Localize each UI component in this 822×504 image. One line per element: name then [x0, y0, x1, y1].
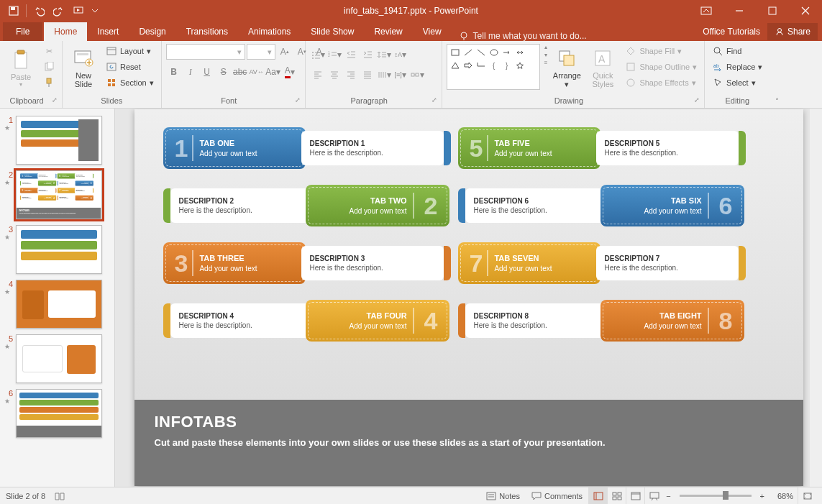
spellcheck-button[interactable]	[54, 490, 65, 502]
vertical-scrollbar[interactable]	[810, 109, 822, 487]
description-card[interactable]: DESCRIPTION 1Here is the description.	[37, 174, 55, 178]
thumbnail-1[interactable]: 1★	[0, 113, 114, 168]
description-card[interactable]: DESCRIPTION 5Here is the description.	[75, 174, 93, 178]
infotab-shape[interactable]: DESCRIPTION 8Here is the description. TA…	[458, 300, 746, 342]
tab-pill[interactable]: 3 TAB THREEAdd your own text	[20, 188, 38, 193]
description-card[interactable]: DESCRIPTION 5Here is the description.	[596, 131, 739, 165]
shape-fill-button[interactable]: Shape Fill ▾	[622, 44, 700, 58]
new-slide-button[interactable]: New Slide	[67, 44, 100, 91]
tab-pill[interactable]: 1 TAB ONEAdd your own text	[20, 173, 38, 178]
description-card[interactable]: DESCRIPTION 3Here is the description.	[301, 246, 444, 280]
numbering-button[interactable]: 12▾	[326, 47, 342, 63]
italic-button[interactable]: I	[183, 64, 198, 80]
minimize-button[interactable]	[723, 0, 756, 22]
infotab-shape[interactable]: 7 TAB SEVENAdd your own text DESCRIPTION…	[58, 188, 93, 193]
description-card[interactable]: DESCRIPTION 8Here is the description.	[465, 303, 609, 338]
text-direction-button[interactable]: ↕A▾	[393, 47, 408, 63]
tab-transitions[interactable]: Transitions	[176, 22, 238, 41]
fit-to-window-button[interactable]	[798, 487, 816, 505]
undo-button[interactable]	[29, 1, 48, 20]
thumbnail-4[interactable]: 4★	[0, 277, 114, 331]
tab-pill[interactable]: TAB SIXAdd your own text 6	[76, 180, 93, 185]
close-button[interactable]	[789, 0, 822, 22]
infotab-shape[interactable]: 7 TAB SEVENAdd your own text DESCRIPTION…	[458, 242, 746, 284]
tab-pill[interactable]: TAB TWOAdd your own text 2	[38, 180, 56, 185]
tab-animations[interactable]: Animations	[238, 22, 301, 41]
tab-pill[interactable]: TAB FOURAdd your own text 4	[306, 300, 449, 342]
tab-slideshow[interactable]: Slide Show	[301, 22, 364, 41]
font-color-button[interactable]: A▾	[282, 64, 298, 80]
slide-footer[interactable]: INFOTABSCut and paste these elements int…	[134, 400, 803, 486]
cut-button[interactable]: ✂	[40, 44, 58, 58]
sorter-view-button[interactable]	[607, 487, 626, 505]
paragraph-launcher[interactable]: ⤢	[429, 96, 437, 104]
tab-pill[interactable]: TAB TWOAdd your own text 2	[306, 185, 449, 226]
columns-button[interactable]: ▾	[376, 67, 392, 83]
thumbnail-5[interactable]: 5★	[0, 331, 114, 386]
smartart-button[interactable]: ▾	[409, 67, 425, 83]
tab-insert[interactable]: Insert	[87, 22, 129, 41]
description-card[interactable]: DESCRIPTION 8Here is the description.	[58, 196, 76, 200]
clipboard-launcher[interactable]: ⤢	[49, 96, 58, 104]
zoom-slider-thumb[interactable]	[723, 491, 729, 500]
description-card[interactable]: DESCRIPTION 6Here is the description.	[58, 181, 76, 185]
justify-button[interactable]	[360, 67, 375, 83]
description-card[interactable]: DESCRIPTION 6Here is the description.	[465, 188, 609, 223]
share-button[interactable]: Share	[767, 23, 818, 40]
tab-pill[interactable]: TAB EIGHTAdd your own text 8	[76, 195, 93, 200]
slide-editor[interactable]: 1 TAB ONEAdd your own text DESCRIPTION 1…	[115, 109, 822, 487]
font-launcher[interactable]: ⤢	[292, 96, 301, 104]
char-spacing-button[interactable]: AV↔	[249, 64, 265, 80]
thumbnail-6[interactable]: 6★	[0, 386, 114, 441]
description-card[interactable]: DESCRIPTION 2Here is the description.	[21, 181, 39, 185]
infotab-shape[interactable]: 5 TAB FIVEAdd your own text DESCRIPTION …	[58, 173, 93, 178]
line-spacing-button[interactable]: ▾	[376, 47, 392, 63]
infotab-shape[interactable]: 3 TAB THREEAdd your own text DESCRIPTION…	[163, 242, 451, 284]
tab-pill[interactable]: TAB SIXAdd your own text 6	[600, 185, 744, 226]
decrease-indent-button[interactable]	[343, 47, 359, 63]
arrange-button[interactable]: Arrange▾	[550, 44, 583, 91]
infotab-shape[interactable]: DESCRIPTION 2Here is the description. TA…	[20, 180, 56, 185]
collapse-ribbon-button[interactable]: ˄	[775, 97, 779, 105]
thumbnail-3[interactable]: 3★	[0, 222, 114, 277]
qat-customize-button[interactable]	[90, 1, 100, 20]
tab-design[interactable]: Design	[129, 22, 175, 41]
office-tutorials-link[interactable]: Office Tutorials	[695, 22, 767, 41]
redo-button[interactable]	[50, 1, 68, 20]
paste-button[interactable]: Paste ▾	[4, 44, 37, 91]
tab-pill[interactable]: 3 TAB THREEAdd your own text	[163, 242, 306, 284]
infotab-shape[interactable]: 3 TAB THREEAdd your own text DESCRIPTION…	[20, 188, 56, 193]
section-button[interactable]: Section ▾	[103, 75, 157, 90]
font-size-combo[interactable]: ▾	[247, 44, 275, 60]
zoom-level[interactable]: 68%	[767, 492, 793, 500]
tab-view[interactable]: View	[413, 22, 452, 41]
reset-button[interactable]: Reset	[103, 60, 157, 74]
tab-pill[interactable]: 1 TAB ONEAdd your own text	[163, 127, 306, 169]
infotab-shape[interactable]: DESCRIPTION 4Here is the description. TA…	[163, 300, 451, 342]
description-card[interactable]: DESCRIPTION 7Here is the description.	[75, 188, 93, 193]
description-card[interactable]: DESCRIPTION 4Here is the description.	[21, 196, 39, 200]
shape-effects-button[interactable]: Shape Effects ▾	[622, 75, 700, 90]
align-left-button[interactable]	[310, 67, 326, 83]
zoom-in-button[interactable]: +	[757, 487, 767, 505]
tab-pill[interactable]: 7 TAB SEVENAdd your own text	[458, 242, 600, 284]
align-center-button[interactable]	[326, 67, 342, 83]
reading-view-button[interactable]	[626, 487, 644, 505]
infotab-shape[interactable]: DESCRIPTION 2Here is the description. TA…	[163, 185, 451, 226]
notes-button[interactable]: Notes	[480, 487, 526, 505]
infotab-shape[interactable]: DESCRIPTION 8Here is the description. TA…	[58, 195, 93, 200]
align-text-button[interactable]: [≡]▾	[393, 67, 408, 83]
slideshow-view-button[interactable]	[644, 487, 663, 505]
infotab-shape[interactable]: 1 TAB ONEAdd your own text DESCRIPTION 1…	[20, 173, 56, 178]
select-button[interactable]: Select ▾	[709, 75, 765, 90]
shape-outline-button[interactable]: Shape Outline ▾	[622, 60, 700, 74]
tab-pill[interactable]: TAB EIGHTAdd your own text 8	[600, 300, 744, 342]
tab-pill[interactable]: TAB FOURAdd your own text 4	[38, 195, 56, 200]
slide-footer[interactable]: INFOTABSCut and paste these elements int…	[17, 208, 101, 219]
description-card[interactable]: DESCRIPTION 2Here is the description.	[170, 188, 314, 223]
comments-button[interactable]: Comments	[526, 487, 588, 505]
zoom-out-button[interactable]: −	[663, 487, 673, 505]
save-button[interactable]	[4, 1, 23, 20]
thumbnail-2[interactable]: 2★ 1 TAB ONEAdd your own text DESCRIPTIO…	[0, 168, 114, 222]
start-slideshow-button[interactable]	[70, 1, 88, 20]
